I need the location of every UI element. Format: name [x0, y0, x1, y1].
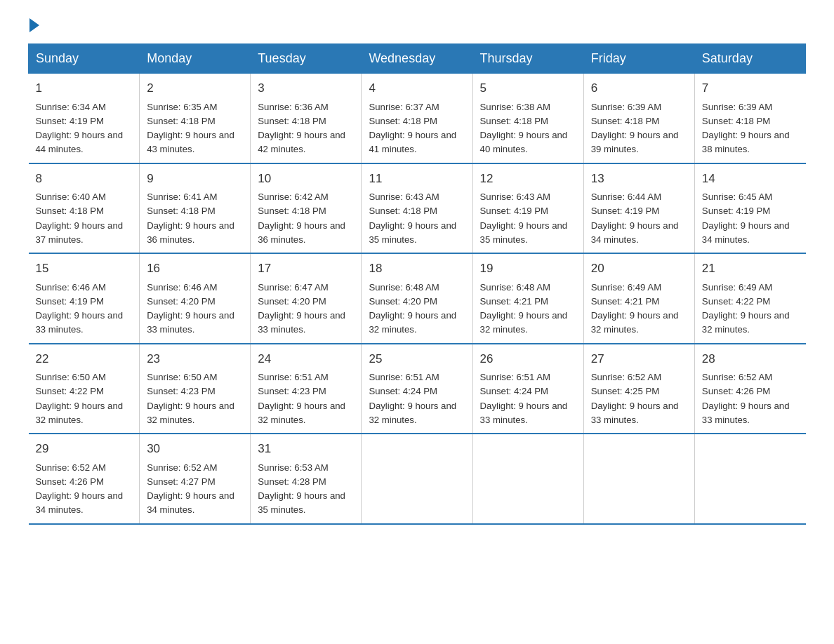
day-info: Sunrise: 6:35 AMSunset: 4:18 PMDaylight:… [147, 102, 234, 155]
calendar-week-row: 15Sunrise: 6:46 AMSunset: 4:19 PMDayligh… [29, 253, 806, 344]
day-info: Sunrise: 6:47 AMSunset: 4:20 PMDaylight:… [258, 282, 345, 335]
day-number: 24 [258, 350, 354, 368]
day-number: 17 [258, 260, 354, 278]
day-number: 3 [258, 79, 354, 98]
calendar-week-row: 1Sunrise: 6:34 AMSunset: 4:19 PMDaylight… [29, 74, 806, 163]
calendar-cell [694, 434, 805, 524]
calendar-cell: 24Sunrise: 6:51 AMSunset: 4:23 PMDayligh… [251, 344, 362, 434]
day-number: 21 [702, 260, 799, 278]
calendar-cell: 19Sunrise: 6:48 AMSunset: 4:21 PMDayligh… [472, 253, 583, 344]
day-number: 6 [591, 79, 687, 98]
calendar-cell: 31Sunrise: 6:53 AMSunset: 4:28 PMDayligh… [251, 434, 362, 524]
day-number: 27 [591, 350, 687, 368]
day-number: 4 [369, 79, 465, 98]
calendar-cell [583, 434, 694, 524]
day-number: 15 [36, 260, 133, 278]
day-number: 10 [258, 170, 354, 188]
calendar-cell: 18Sunrise: 6:48 AMSunset: 4:20 PMDayligh… [362, 253, 472, 344]
weekday-header-row: SundayMondayTuesdayWednesdayThursdayFrid… [29, 44, 806, 74]
calendar-cell: 4Sunrise: 6:37 AMSunset: 4:18 PMDaylight… [362, 74, 472, 163]
day-info: Sunrise: 6:48 AMSunset: 4:21 PMDaylight:… [480, 282, 568, 335]
calendar-week-row: 8Sunrise: 6:40 AMSunset: 4:18 PMDaylight… [29, 163, 806, 254]
calendar-cell: 22Sunrise: 6:50 AMSunset: 4:22 PMDayligh… [29, 344, 140, 434]
day-info: Sunrise: 6:45 AMSunset: 4:19 PMDaylight:… [702, 192, 790, 245]
day-number: 25 [369, 350, 465, 368]
day-number: 11 [369, 170, 465, 188]
calendar-cell: 14Sunrise: 6:45 AMSunset: 4:19 PMDayligh… [694, 163, 805, 254]
day-number: 1 [36, 79, 133, 98]
calendar-cell: 3Sunrise: 6:36 AMSunset: 4:18 PMDaylight… [251, 74, 362, 163]
calendar-cell: 25Sunrise: 6:51 AMSunset: 4:24 PMDayligh… [362, 344, 472, 434]
calendar-cell: 5Sunrise: 6:38 AMSunset: 4:18 PMDaylight… [472, 74, 583, 163]
day-number: 31 [258, 440, 354, 458]
day-number: 18 [369, 260, 465, 278]
calendar-cell: 13Sunrise: 6:44 AMSunset: 4:19 PMDayligh… [583, 163, 694, 254]
calendar-cell: 1Sunrise: 6:34 AMSunset: 4:19 PMDaylight… [29, 74, 140, 163]
day-number: 16 [147, 260, 243, 278]
day-info: Sunrise: 6:43 AMSunset: 4:18 PMDaylight:… [369, 192, 456, 245]
day-info: Sunrise: 6:52 AMSunset: 4:26 PMDaylight:… [702, 372, 790, 425]
day-info: Sunrise: 6:40 AMSunset: 4:18 PMDaylight:… [36, 192, 124, 245]
day-info: Sunrise: 6:44 AMSunset: 4:19 PMDaylight:… [591, 192, 679, 245]
calendar-cell: 9Sunrise: 6:41 AMSunset: 4:18 PMDaylight… [140, 163, 251, 254]
day-info: Sunrise: 6:38 AMSunset: 4:18 PMDaylight:… [480, 102, 568, 155]
day-number: 28 [702, 350, 799, 368]
calendar-cell: 7Sunrise: 6:39 AMSunset: 4:18 PMDaylight… [694, 74, 805, 163]
day-number: 9 [147, 170, 243, 188]
day-info: Sunrise: 6:53 AMSunset: 4:28 PMDaylight:… [258, 462, 345, 516]
calendar-cell: 16Sunrise: 6:46 AMSunset: 4:20 PMDayligh… [140, 253, 251, 344]
calendar-cell [362, 434, 472, 524]
weekday-header-tuesday: Tuesday [251, 44, 362, 74]
day-info: Sunrise: 6:51 AMSunset: 4:24 PMDaylight:… [480, 372, 568, 425]
calendar-week-row: 22Sunrise: 6:50 AMSunset: 4:22 PMDayligh… [29, 344, 806, 434]
day-info: Sunrise: 6:34 AMSunset: 4:19 PMDaylight:… [36, 102, 124, 155]
day-info: Sunrise: 6:52 AMSunset: 4:26 PMDaylight:… [36, 462, 124, 516]
page-header [28, 21, 806, 29]
calendar-cell: 8Sunrise: 6:40 AMSunset: 4:18 PMDaylight… [29, 163, 140, 254]
calendar-cell: 28Sunrise: 6:52 AMSunset: 4:26 PMDayligh… [694, 344, 805, 434]
calendar-cell: 30Sunrise: 6:52 AMSunset: 4:27 PMDayligh… [140, 434, 251, 524]
weekday-header-wednesday: Wednesday [362, 44, 472, 74]
day-number: 7 [702, 79, 799, 98]
calendar-cell: 15Sunrise: 6:46 AMSunset: 4:19 PMDayligh… [29, 253, 140, 344]
day-number: 19 [480, 260, 576, 278]
day-number: 13 [591, 170, 687, 188]
day-info: Sunrise: 6:48 AMSunset: 4:20 PMDaylight:… [369, 282, 456, 335]
day-info: Sunrise: 6:51 AMSunset: 4:24 PMDaylight:… [369, 372, 456, 425]
day-info: Sunrise: 6:43 AMSunset: 4:19 PMDaylight:… [480, 192, 568, 245]
day-number: 23 [147, 350, 243, 368]
day-number: 2 [147, 79, 243, 98]
day-number: 26 [480, 350, 576, 368]
calendar-week-row: 29Sunrise: 6:52 AMSunset: 4:26 PMDayligh… [29, 434, 806, 524]
day-number: 8 [36, 170, 133, 188]
calendar-cell: 26Sunrise: 6:51 AMSunset: 4:24 PMDayligh… [472, 344, 583, 434]
day-info: Sunrise: 6:49 AMSunset: 4:21 PMDaylight:… [591, 282, 679, 335]
calendar-cell: 17Sunrise: 6:47 AMSunset: 4:20 PMDayligh… [251, 253, 362, 344]
day-number: 5 [480, 79, 576, 98]
calendar-cell: 27Sunrise: 6:52 AMSunset: 4:25 PMDayligh… [583, 344, 694, 434]
calendar-cell: 6Sunrise: 6:39 AMSunset: 4:18 PMDaylight… [583, 74, 694, 163]
weekday-header-thursday: Thursday [472, 44, 583, 74]
calendar-cell: 10Sunrise: 6:42 AMSunset: 4:18 PMDayligh… [251, 163, 362, 254]
calendar-cell: 20Sunrise: 6:49 AMSunset: 4:21 PMDayligh… [583, 253, 694, 344]
day-info: Sunrise: 6:51 AMSunset: 4:23 PMDaylight:… [258, 372, 345, 425]
weekday-header-monday: Monday [140, 44, 251, 74]
weekday-header-sunday: Sunday [29, 44, 140, 74]
calendar-cell: 11Sunrise: 6:43 AMSunset: 4:18 PMDayligh… [362, 163, 472, 254]
day-number: 22 [36, 350, 133, 368]
weekday-header-friday: Friday [583, 44, 694, 74]
day-number: 30 [147, 440, 243, 458]
day-info: Sunrise: 6:37 AMSunset: 4:18 PMDaylight:… [369, 102, 456, 155]
calendar-cell: 23Sunrise: 6:50 AMSunset: 4:23 PMDayligh… [140, 344, 251, 434]
day-info: Sunrise: 6:50 AMSunset: 4:23 PMDaylight:… [147, 372, 234, 425]
day-info: Sunrise: 6:50 AMSunset: 4:22 PMDaylight:… [36, 372, 124, 425]
day-number: 20 [591, 260, 687, 278]
logo [28, 21, 39, 29]
calendar-cell: 29Sunrise: 6:52 AMSunset: 4:26 PMDayligh… [29, 434, 140, 524]
calendar-table: SundayMondayTuesdayWednesdayThursdayFrid… [28, 43, 806, 525]
day-info: Sunrise: 6:46 AMSunset: 4:19 PMDaylight:… [36, 282, 124, 335]
day-info: Sunrise: 6:46 AMSunset: 4:20 PMDaylight:… [147, 282, 234, 335]
weekday-header-saturday: Saturday [694, 44, 805, 74]
calendar-cell: 21Sunrise: 6:49 AMSunset: 4:22 PMDayligh… [694, 253, 805, 344]
calendar-cell: 2Sunrise: 6:35 AMSunset: 4:18 PMDaylight… [140, 74, 251, 163]
